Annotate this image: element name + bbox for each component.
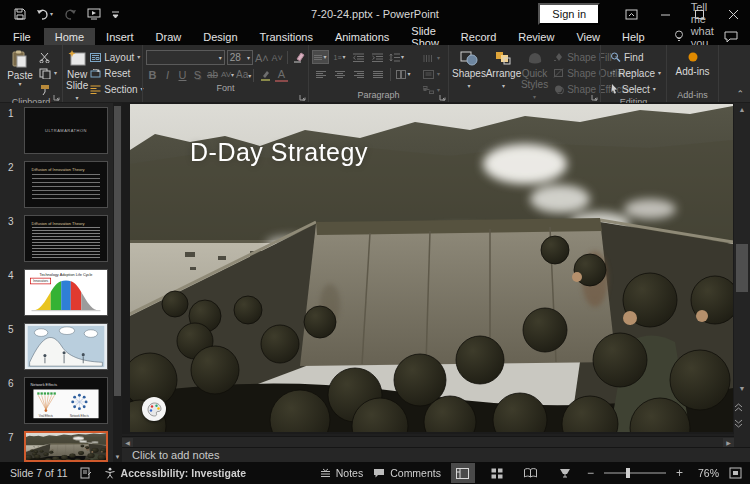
zoom-out-button[interactable]: − — [587, 466, 594, 480]
bold-button[interactable]: B — [146, 68, 159, 82]
new-slide-button[interactable]: New Slide ▾ — [66, 48, 88, 102]
tell-me-box[interactable]: Tell me what you want to do — [674, 28, 724, 45]
strikethrough-button[interactable]: ab — [206, 68, 219, 82]
tab-transitions[interactable]: Transitions — [249, 28, 324, 45]
thumbnail-slide-3[interactable]: 3 Diffusion of Innovation Theory — [0, 215, 122, 262]
tab-review[interactable]: Review — [507, 28, 565, 45]
drawing-dialog-launcher[interactable] — [591, 94, 598, 101]
justify-icon[interactable] — [369, 67, 386, 81]
shapes-button[interactable]: Shapes▾ — [452, 48, 486, 90]
slide-title-text[interactable]: D-Day Strategy — [190, 138, 368, 167]
reset-button[interactable]: Reset — [88, 66, 145, 80]
customize-qat-icon[interactable] — [111, 10, 120, 19]
numbering-button[interactable]: 1≡▾ — [331, 50, 348, 64]
line-spacing-button[interactable]: ▾ — [388, 50, 405, 64]
undo-icon[interactable]: ▾ — [36, 9, 53, 20]
font-dialog-launcher[interactable] — [299, 94, 306, 101]
thumbnail-slide-1[interactable]: 1 ULTRAMARATHON — [0, 107, 122, 154]
underline-button[interactable]: U — [176, 68, 189, 82]
zoom-slider[interactable] — [604, 472, 666, 474]
thumbnail-slide-7[interactable]: 7 — [0, 431, 122, 462]
tab-slide-show[interactable]: Slide Show — [400, 28, 450, 45]
change-case-button[interactable]: Aa▾ — [236, 68, 249, 82]
notes-toggle-button[interactable]: Notes — [320, 467, 363, 479]
tab-draw[interactable]: Draw — [145, 28, 193, 45]
quick-styles-button[interactable]: QuickStyles ▾ — [521, 48, 548, 101]
paragraph-dialog-launcher[interactable] — [439, 94, 446, 101]
fit-slide-to-window-icon[interactable] — [729, 467, 742, 479]
thumbnail-slide-2[interactable]: 2 Diffusion of Innovation Theory — [0, 161, 122, 208]
slide-indicator[interactable]: Slide 7 of 11 — [10, 467, 68, 479]
scroll-right-icon[interactable]: ▶ — [723, 438, 734, 447]
arrange-button[interactable]: Arrange▾ — [486, 48, 521, 90]
zoom-level[interactable]: 76% — [693, 467, 719, 479]
sign-in-button[interactable]: Sign in — [538, 3, 600, 25]
tab-home[interactable]: Home — [44, 28, 95, 45]
horizontal-scrollbar[interactable]: ◀ ▶ — [122, 436, 734, 447]
decrease-font-size-icon[interactable]: A˅ — [271, 51, 284, 65]
font-name-combo[interactable]: ▾ — [146, 50, 225, 65]
comments-toggle-button[interactable]: Comments — [373, 467, 441, 479]
previous-slide-button[interactable] — [734, 403, 750, 412]
italic-button[interactable]: I — [161, 68, 174, 82]
normal-view-button[interactable] — [451, 463, 475, 483]
tab-help[interactable]: Help — [611, 28, 656, 45]
redo-icon[interactable] — [63, 9, 77, 20]
tab-design[interactable]: Design — [192, 28, 248, 45]
font-color-button[interactable]: A — [275, 69, 288, 82]
align-left-icon[interactable] — [312, 67, 329, 81]
columns-button[interactable]: ▾ — [395, 67, 412, 81]
text-direction-icon[interactable]: ▾ — [421, 51, 442, 65]
decrease-indent-icon[interactable] — [350, 50, 367, 64]
accessibility-checker[interactable]: Accessibility: Investigate — [104, 467, 246, 479]
increase-font-size-icon[interactable]: A˄ — [255, 51, 269, 65]
reading-view-button[interactable] — [519, 463, 543, 483]
save-icon[interactable] — [14, 8, 26, 20]
tab-file[interactable]: File — [0, 28, 44, 45]
font-size-combo[interactable]: 28▾ — [227, 50, 253, 65]
addins-button[interactable]: Add-ins — [671, 48, 715, 77]
paste-button[interactable]: Paste ▾ — [3, 48, 37, 87]
tab-animations[interactable]: Animations — [324, 28, 400, 45]
comments-panel-icon[interactable] — [724, 28, 750, 45]
align-right-icon[interactable] — [350, 67, 367, 81]
slide-sorter-view-button[interactable] — [485, 463, 509, 483]
design-ideas-button[interactable] — [142, 397, 166, 421]
thumbnail-slide-4[interactable]: 4 Technology Adoption Life Cycle — [0, 269, 122, 316]
bullets-button[interactable]: ▾ — [312, 50, 329, 64]
highlight-color-icon[interactable] — [258, 68, 273, 82]
slideshow-view-button[interactable] — [553, 463, 577, 483]
select-button[interactable]: Select▾ — [608, 82, 663, 96]
thumbnail-slide-5[interactable]: 5 — [0, 323, 122, 370]
scroll-left-icon[interactable]: ◀ — [122, 438, 133, 447]
replace-button[interactable]: a Replace▾ — [608, 66, 663, 80]
thumbnail-panel-scroll-thumb[interactable] — [114, 106, 121, 396]
scroll-down-icon[interactable]: ▼ — [734, 385, 750, 392]
find-button[interactable]: Find — [608, 50, 663, 64]
thumbnail-slide-6[interactable]: 6 Network Effects V — [0, 377, 122, 424]
vertical-scroll-thumb[interactable] — [736, 244, 748, 292]
align-text-icon[interactable]: ▾ — [421, 67, 442, 81]
zoom-slider-thumb[interactable] — [626, 468, 630, 478]
thumbnail-panel-scrollbar[interactable]: ▼ — [113, 103, 122, 462]
next-slide-button[interactable] — [734, 419, 750, 428]
copy-icon[interactable]: ▾ — [37, 66, 59, 80]
proofing-icon[interactable] — [80, 467, 92, 479]
layout-button[interactable]: Layout▾ — [88, 50, 145, 64]
zoom-in-button[interactable]: + — [676, 466, 683, 480]
minimize-icon[interactable] — [648, 0, 682, 28]
start-slideshow-icon[interactable] — [87, 8, 101, 20]
scroll-up-icon[interactable]: ▲ — [734, 106, 750, 113]
section-button[interactable]: Section▾ — [88, 82, 145, 96]
increase-indent-icon[interactable] — [369, 50, 386, 64]
current-slide[interactable]: D-Day Strategy — [130, 104, 733, 432]
align-center-icon[interactable] — [331, 67, 348, 81]
cut-icon[interactable] — [37, 50, 59, 64]
tab-record[interactable]: Record — [450, 28, 507, 45]
clipboard-dialog-launcher[interactable] — [53, 94, 60, 101]
tab-view[interactable]: View — [565, 28, 611, 45]
character-spacing-button[interactable]: AV▾ — [221, 68, 234, 82]
text-shadow-button[interactable]: S — [191, 68, 204, 82]
thumbnail-panel-scroll-down-icon[interactable]: ▼ — [113, 454, 122, 460]
tab-insert[interactable]: Insert — [95, 28, 145, 45]
